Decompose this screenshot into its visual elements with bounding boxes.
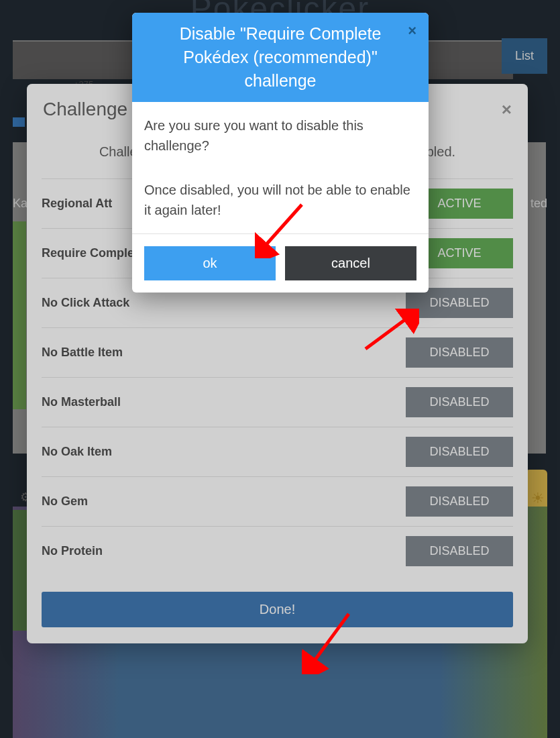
confirm-dialog-footer: ok cancel xyxy=(132,233,429,293)
confirm-message-1: Are you sure you want to disable this ch… xyxy=(144,115,416,156)
confirm-dialog-header: Disable "Require Complete Pokédex (recom… xyxy=(132,13,429,102)
confirm-disable-dialog: Disable "Require Complete Pokédex (recom… xyxy=(132,13,429,293)
confirm-dialog-close-icon[interactable]: × xyxy=(408,22,416,40)
confirm-dialog-title: Disable "Require Complete Pokédex (recom… xyxy=(146,22,415,93)
confirm-message-2: Once disabled, you will not be able to e… xyxy=(144,180,416,220)
cancel-button[interactable]: cancel xyxy=(285,246,416,280)
ok-button[interactable]: ok xyxy=(144,246,276,280)
confirm-dialog-body: Are you sure you want to disable this ch… xyxy=(132,102,429,233)
